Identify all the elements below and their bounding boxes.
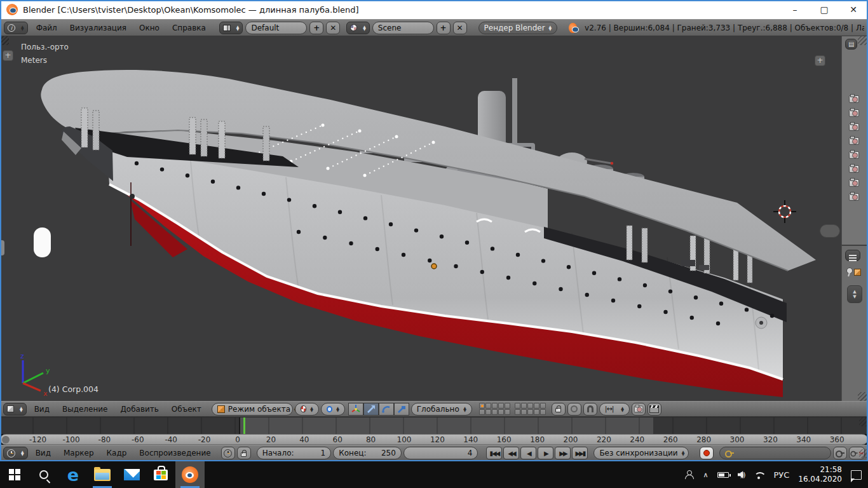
- restrict-render-camera-icon[interactable]: [849, 109, 859, 117]
- current-frame-playhead[interactable]: [243, 417, 245, 434]
- layer-toggle[interactable]: [505, 403, 510, 409]
- toolshelf-expand-handle[interactable]: +: [3, 50, 13, 61]
- render-engine-select[interactable]: Рендер Blender ▲▼: [478, 22, 558, 34]
- timeline-lock-button[interactable]: [237, 447, 251, 459]
- play-button[interactable]: ▶: [538, 447, 553, 459]
- object-context-icon[interactable]: [854, 269, 861, 276]
- layout-browse-button[interactable]: ▲▼: [219, 22, 243, 34]
- region-corner-grip[interactable]: [0, 36, 9, 45]
- editor-type-properties-button[interactable]: [845, 250, 860, 261]
- timeline-ruler[interactable]: -120-100-80-60-40-2002040608010012014016…: [0, 434, 868, 445]
- maximize-button[interactable]: ▢: [810, 0, 839, 19]
- properties-expand-handle[interactable]: +: [815, 55, 825, 66]
- region-corner-grip[interactable]: [858, 36, 867, 45]
- menu-item-2[interactable]: Кадр: [101, 447, 133, 459]
- layer-toggle[interactable]: [498, 409, 504, 415]
- rotate-manipulator-button[interactable]: [379, 403, 394, 416]
- editor-type-3dview-button[interactable]: ▲▼: [3, 403, 27, 416]
- translate-manipulator-button[interactable]: [363, 403, 379, 416]
- opengl-render-image-button[interactable]: [632, 403, 646, 416]
- restrict-render-camera-icon[interactable]: [849, 151, 859, 159]
- scene-delete-button[interactable]: ✕: [453, 22, 467, 34]
- outliner-scrollbar[interactable]: [820, 224, 840, 238]
- close-button[interactable]: ✕: [839, 0, 868, 19]
- mode-select[interactable]: Режим объекта ▲▼: [212, 403, 293, 416]
- taskbar-edge-button[interactable]: e: [58, 461, 88, 488]
- taskbar-mail-button[interactable]: [117, 461, 146, 488]
- scale-manipulator-button[interactable]: [394, 403, 409, 416]
- menu-item-0[interactable]: Вид: [29, 403, 55, 416]
- properties-region[interactable]: ▲▼: [841, 245, 867, 401]
- menu-item-0[interactable]: Файл: [31, 22, 63, 34]
- restrict-render-camera-icon[interactable]: [849, 137, 859, 145]
- layer-toggle[interactable]: [534, 409, 539, 415]
- layer-toggle[interactable]: [540, 409, 546, 415]
- layer-toggle[interactable]: [485, 409, 491, 415]
- layout-name-field[interactable]: Default: [245, 22, 307, 34]
- people-icon[interactable]: [684, 470, 695, 479]
- orientation-select[interactable]: Глобально ▲▼: [411, 403, 472, 416]
- menu-item-2[interactable]: Добавить: [114, 403, 164, 416]
- proportional-edit-button[interactable]: [567, 403, 581, 416]
- pin-icon[interactable]: [846, 268, 852, 276]
- insert-keyframe-button[interactable]: [833, 447, 847, 459]
- pivot-point-select[interactable]: ▲▼: [321, 403, 345, 416]
- viewport-shading-select[interactable]: ▲▼: [295, 403, 319, 416]
- layer-toggle[interactable]: [521, 403, 527, 409]
- menu-item-1[interactable]: Визуализация: [64, 22, 132, 34]
- tray-expand-chevron-icon[interactable]: ∧: [703, 471, 709, 479]
- scene-name-field[interactable]: Scene: [372, 22, 434, 34]
- menu-item-1[interactable]: Маркер: [58, 447, 100, 459]
- timeline-canvas[interactable]: [0, 417, 868, 434]
- menu-item-0[interactable]: Вид: [30, 447, 57, 459]
- region-corner-grip[interactable]: [859, 417, 868, 426]
- region-corner-grip[interactable]: [858, 392, 867, 401]
- current-frame-field[interactable]: 4: [403, 447, 478, 459]
- layer-toggle[interactable]: [479, 409, 485, 415]
- sync-mode-select[interactable]: Без синхронизации ▲▼: [593, 447, 689, 459]
- volume-control[interactable]: ))): [738, 471, 745, 479]
- jump-to-start-button[interactable]: ▮◀◀: [486, 447, 502, 459]
- layer-toggle[interactable]: [515, 403, 520, 409]
- scene-browse-button[interactable]: ▲▼: [346, 22, 370, 34]
- frame-end-field[interactable]: Конец: 250: [333, 447, 402, 459]
- layout-delete-button[interactable]: ✕: [326, 22, 340, 34]
- layer-toggle[interactable]: [527, 403, 533, 409]
- restrict-render-camera-icon[interactable]: [849, 179, 859, 187]
- start-button[interactable]: [0, 461, 29, 488]
- layer-toggle[interactable]: [479, 403, 485, 409]
- snap-toggle-button[interactable]: [583, 403, 597, 416]
- battery-icon[interactable]: [717, 472, 729, 478]
- layer-toggle[interactable]: [485, 403, 491, 409]
- editor-type-info-button[interactable]: i ▲▼: [4, 22, 28, 34]
- action-center-icon[interactable]: [851, 470, 862, 480]
- taskbar-explorer-button[interactable]: [88, 461, 117, 488]
- layer-toggle[interactable]: [527, 409, 533, 415]
- menu-item-2[interactable]: Окно: [133, 22, 165, 34]
- 3d-viewport[interactable]: Польз.-орто Meters + + z y x (4) Corp.00…: [0, 36, 868, 401]
- wifi-icon[interactable]: [753, 471, 764, 479]
- left-region-tab[interactable]: [0, 240, 4, 255]
- layer-toggle[interactable]: [521, 409, 527, 415]
- outliner-region[interactable]: ▤: [841, 36, 867, 245]
- layout-add-button[interactable]: +: [309, 22, 323, 34]
- taskbar-store-button[interactable]: [146, 461, 175, 488]
- layer-toggle[interactable]: [515, 409, 520, 415]
- minimize-button[interactable]: –: [780, 0, 810, 19]
- keying-set-field[interactable]: [719, 447, 831, 459]
- layer-toggle[interactable]: [540, 403, 546, 409]
- layer-toggle[interactable]: [492, 409, 498, 415]
- frame-indicator-toggle[interactable]: [221, 447, 235, 459]
- prev-keyframe-button[interactable]: ◀◀: [503, 447, 519, 459]
- layer-toggle[interactable]: [492, 403, 498, 409]
- scene-add-button[interactable]: +: [437, 22, 451, 34]
- editor-type-timeline-button[interactable]: ▲▼: [3, 447, 28, 459]
- editor-type-outliner-button[interactable]: ▤: [845, 39, 857, 50]
- play-reverse-button[interactable]: ◀: [520, 447, 536, 459]
- next-keyframe-button[interactable]: ▶▶: [555, 447, 571, 459]
- restrict-render-camera-icon[interactable]: [849, 165, 859, 173]
- menu-item-1[interactable]: Выделение: [57, 403, 113, 416]
- menu-item-3[interactable]: Объект: [166, 403, 207, 416]
- taskbar-clock[interactable]: 21:58 16.04.2020: [798, 465, 842, 484]
- manipulator-toggle-button[interactable]: [348, 403, 363, 416]
